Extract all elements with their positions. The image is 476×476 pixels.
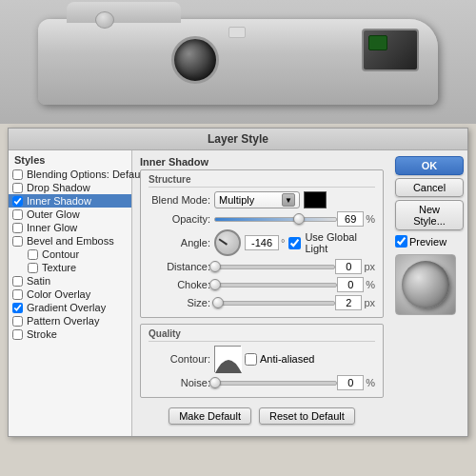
size-row: Size: 2 px [149,295,375,310]
preview-row: Preview [395,235,464,248]
make-default-button[interactable]: Make Default [169,407,251,425]
style-label: Gradient Overlay [27,302,106,313]
style-checkbox[interactable] [12,209,23,220]
preview-inner [402,261,449,308]
contour-preview[interactable] [214,346,241,372]
contour-label: Contour: [149,353,210,365]
size-unit: px [364,297,375,308]
opacity-label: Opacity: [149,213,210,225]
angle-row: Angle: -146 ° Use Global Light [149,229,375,256]
quality-title: Quality [149,328,375,342]
sidebar-item-color-overlay[interactable]: Color Overlay [9,288,131,301]
opacity-row: Opacity: 69 % [149,211,375,227]
choke-input[interactable]: 0 [337,277,364,292]
contour-row: Contour: Anti-aliased [149,346,375,372]
style-label: Contour [42,248,79,260]
distance-slider-knob[interactable] [209,261,221,272]
sidebar-item-drop-shadow[interactable]: Drop Shadow [9,181,131,194]
camera-body [38,19,438,105]
noise-input[interactable]: 0 [337,375,364,390]
angle-label: Angle: [149,237,210,248]
noise-slider-knob[interactable] [209,377,221,388]
size-input[interactable]: 2 [335,295,362,310]
ok-button[interactable]: OK [395,156,464,175]
preview-checkbox[interactable] [395,235,407,248]
preview-box [395,254,456,315]
sidebar-item-gradient-overlay[interactable]: Gradient Overlay [9,301,131,314]
choke-slider-bg [214,283,337,288]
style-checkbox[interactable] [12,316,23,327]
opacity-input[interactable]: 69 [337,211,364,227]
distance-slider[interactable] [214,261,335,272]
angle-input[interactable]: -146 [245,235,279,250]
sidebar-item-bevel-and-emboss[interactable]: Bevel and Emboss [9,234,131,248]
sidebar-item-outer-glow[interactable]: Outer Glow [9,208,131,221]
camera-viewfinder-inner [368,35,387,50]
anti-alias-label: Anti-aliased [260,353,314,365]
sidebar-item-inner-shadow[interactable]: Inner Shadow [9,194,131,208]
angle-unit: ° [281,237,285,248]
distance-label: Distance: [149,261,210,272]
anti-alias-row: Anti-aliased [245,353,314,366]
style-checkbox[interactable] [12,289,23,300]
style-label: Pattern Overlay [27,315,99,327]
blend-mode-arrow: ▼ [282,193,295,207]
angle-dial[interactable] [214,229,241,256]
new-style-button[interactable]: New Style... [395,200,464,230]
sidebar-item-satin[interactable]: Satin [9,274,131,288]
preview-label: Preview [409,236,446,248]
style-checkbox[interactable] [12,196,23,207]
camera-image [0,0,476,124]
style-label: Satin [27,275,50,287]
angle-dial-line [219,238,228,245]
blend-mode-select[interactable]: Multiply ▼ [214,191,300,208]
choke-row: Choke: 0 % [149,277,375,292]
camera-viewfinder [362,29,419,71]
size-slider-knob[interactable] [212,297,224,308]
style-label: Bevel and Emboss [27,235,114,247]
blend-color-swatch[interactable] [304,191,327,208]
inner-shadow-title: Inner Shadow [140,156,384,168]
style-label: Inner Glow [27,222,77,233]
style-checkbox[interactable] [12,183,23,193]
style-checkbox[interactable] [12,303,23,313]
camera-lens [171,36,219,84]
style-label: Color Overlay [27,288,90,300]
style-label: Inner Shadow [27,195,91,207]
style-label: Texture [42,262,76,273]
distance-input[interactable]: 0 [335,259,362,274]
sidebar-item-blending-options:-default[interactable]: Blending Options: Default [9,168,131,181]
size-slider[interactable] [214,297,335,308]
style-checkbox[interactable] [28,249,38,260]
noise-row: Noise: 0 % [149,375,375,390]
choke-slider-knob[interactable] [209,279,221,290]
style-label: Blending Options: Default [27,169,146,180]
cancel-button[interactable]: Cancel [395,178,464,197]
size-slider-bg [214,301,335,306]
style-label: Outer Glow [27,208,80,220]
blend-mode-value: Multiply [219,194,282,206]
style-checkbox[interactable] [12,276,23,287]
anti-alias-checkbox[interactable] [245,353,257,366]
opacity-slider-knob[interactable] [293,213,305,225]
sidebar-item-contour[interactable]: Contour [9,248,131,261]
opacity-slider[interactable] [214,213,337,225]
size-label: Size: [149,297,210,308]
style-checkbox[interactable] [28,263,38,273]
style-checkbox[interactable] [12,329,23,340]
sidebar-item-texture[interactable]: Texture [9,261,131,274]
quality-section: Quality Contour: Anti-aliased [140,324,384,398]
global-light-checkbox[interactable] [288,237,301,249]
style-checkbox[interactable] [12,223,23,233]
sidebar-item-inner-glow[interactable]: Inner Glow [9,221,131,234]
style-checkbox[interactable] [12,236,23,247]
sidebar-item-pattern-overlay[interactable]: Pattern Overlay [9,314,131,327]
noise-slider[interactable] [214,377,337,388]
styles-panel: Styles Blending Options: DefaultDrop Sha… [9,150,132,436]
sidebar-item-stroke[interactable]: Stroke [9,327,131,341]
choke-label: Choke: [149,279,210,290]
choke-slider[interactable] [214,279,337,290]
reset-to-default-button[interactable]: Reset to Default [259,407,355,425]
style-checkbox[interactable] [12,169,23,180]
noise-slider-bg [214,381,337,386]
